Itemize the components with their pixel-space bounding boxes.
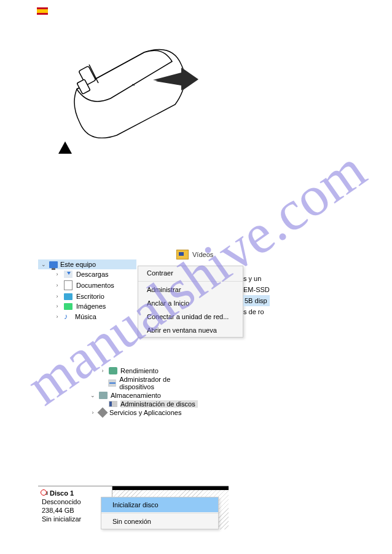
tree-item-performance[interactable]: › Rendimiento [77, 366, 200, 375]
glimpse-line: s de ro [243, 306, 270, 317]
menu-separator [138, 281, 243, 282]
tree-item-label: Administrador de dispositivos [119, 376, 200, 390]
disk-error-icon [42, 491, 49, 497]
tree-item-label: Administración de discos [120, 400, 198, 408]
tree-item-label: Servicios y Aplicaciones [109, 409, 181, 416]
chevron-right-icon: › [54, 293, 60, 299]
tree-root-this-pc[interactable]: ⌄ Este equipo [38, 259, 136, 269]
tree-item-services[interactable]: › Servicios y Aplicaciones [77, 408, 200, 417]
tree-item-music[interactable]: › ♪ Música [38, 311, 136, 322]
performance-icon [109, 367, 117, 374]
glimpse-line: s y un [243, 273, 270, 284]
disk-management-screenshot: Disco 1 Desconocido 238,44 GB Sin inicia… [38, 486, 229, 529]
svg-marker-7 [58, 141, 72, 154]
pc-icon [49, 261, 58, 268]
disk-size: 238,44 GB [42, 506, 108, 515]
storage-icon [99, 392, 108, 399]
explorer-screenshot: Vídeos ⌄ Este equipo › Descargas › Docum… [38, 250, 278, 330]
chevron-right-icon: › [90, 410, 96, 416]
chevron-right-icon: › [54, 282, 60, 288]
tree-item-documents[interactable]: › Documentos [38, 279, 136, 291]
music-icon: ♪ [64, 312, 71, 321]
chevron-right-icon: › [54, 271, 60, 277]
menu-item-netdrive[interactable]: Conectar a unidad de red... [138, 310, 243, 323]
videos-folder-icon [176, 250, 189, 259]
glimpse-line: EM-SSD [243, 284, 270, 295]
chevron-right-icon: › [54, 314, 60, 320]
tree-item-label: Imágenes [76, 303, 106, 310]
warning-triangle-icon [58, 141, 72, 155]
menu-item-collapse[interactable]: Contraer [138, 266, 243, 280]
documents-icon [64, 280, 73, 290]
tree-item-device-manager[interactable]: Administrador de dispositivos [77, 375, 200, 391]
disk-status-uninitialized: Sin inicializar [42, 515, 108, 523]
tree-item-desktop[interactable]: › Escritorio [38, 291, 136, 301]
disk-name: Disco 1 [50, 489, 74, 497]
menu-item-manage[interactable]: Administrar [138, 283, 243, 296]
disk-management-icon [109, 401, 117, 407]
navigation-tree: ⌄ Este equipo › Descargas › Documentos ›… [38, 259, 136, 322]
tree-item-label: Música [75, 313, 96, 320]
menu-item-newwindow[interactable]: Abrir en ventana nueva [138, 323, 243, 337]
disk-context-menu: Inicializar disco Sin conexión [101, 497, 219, 529]
disk-status-unknown: Desconocido [42, 497, 108, 506]
menu-item-initialize-disk[interactable]: Inicializar disco [101, 497, 218, 512]
chevron-down-icon: ⌄ [41, 261, 47, 267]
tree-item-label: Escritorio [76, 293, 104, 300]
tree-item-label: Descargas [76, 271, 109, 278]
menu-item-pin[interactable]: Anclar a Inicio [138, 296, 243, 310]
tree-item-images[interactable]: › Imágenes [38, 301, 136, 311]
device-illustration [58, 46, 200, 138]
videos-label: Vídeos [192, 251, 213, 258]
tree-item-label: Almacenamiento [111, 392, 161, 399]
device-manager-icon [108, 379, 116, 387]
chevron-right-icon: › [54, 303, 60, 309]
spanish-flag-icon [37, 7, 48, 15]
tree-item-disk-management[interactable]: Administración de discos [77, 400, 200, 408]
chevron-down-icon: ⌄ [90, 392, 96, 398]
images-icon [64, 303, 73, 310]
desktop-icon [64, 293, 73, 300]
menu-separator [101, 513, 218, 513]
tree-item-label: Rendimiento [120, 367, 159, 374]
context-menu: Contraer Administrar Anclar a Inicio Con… [138, 266, 243, 338]
tree-item-downloads[interactable]: › Descargas [38, 269, 136, 279]
chevron-right-icon: › [100, 368, 106, 374]
glimpse-line: 5B disp [243, 295, 270, 306]
menu-item-offline[interactable]: Sin conexión [101, 514, 218, 529]
right-pane-glimpse: s y un EM-SSD 5B disp s de ro [243, 273, 270, 317]
management-tree-screenshot: › Rendimiento Administrador de dispositi… [77, 366, 200, 417]
tree-root-label: Este equipo [60, 261, 96, 268]
tree-item-storage[interactable]: ⌄ Almacenamiento [77, 391, 200, 400]
tree-item-label: Documentos [76, 282, 114, 289]
downloads-icon [64, 271, 73, 278]
services-icon [98, 408, 108, 418]
